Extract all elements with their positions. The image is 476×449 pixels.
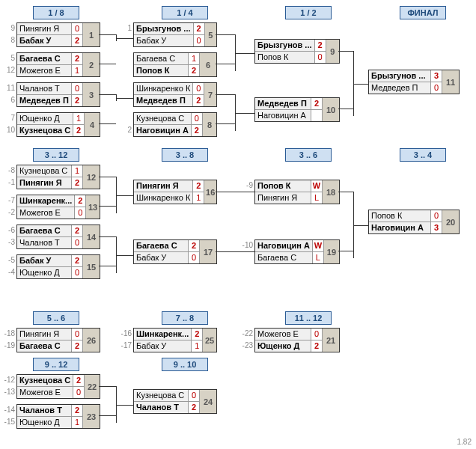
score: 0 [73,387,84,398]
player-name: Багаева С [17,225,71,236]
match-number: 25 [202,329,216,352]
player-name: Можегов Е [17,65,71,76]
seed: 1 [118,24,132,32]
player-name: Медведев П [134,95,192,106]
player-name: Чаланов Т [17,237,71,248]
score: 0 [430,210,442,222]
score: 0 [71,23,82,34]
player-name: Попов К [134,65,188,76]
player-name: Багаева С [134,240,188,251]
player-name: Наговицин А [255,110,311,121]
match: Пинягин Я0Бабак У21 [16,22,100,47]
player-name: Медведев П [255,98,311,109]
player-name: Ющенко Д [17,113,73,124]
player-name: Попов К [369,210,430,222]
player-name: Багаева С [17,340,71,352]
seed: 8 [1,36,15,44]
match: Можегов Е0Ющенко Д221 [254,328,340,352]
score: 2 [71,177,82,189]
round-label: 9 .. 12 [33,358,79,371]
match-number: 18 [322,180,339,204]
score: 2 [71,405,82,416]
score [311,110,322,121]
seed: 2 [118,126,132,134]
match: Шинкаренк...2Бабак У125 [133,328,217,352]
score: L [311,192,322,204]
match-number: 1 [82,23,100,46]
player-name: Чаланов Т [134,402,188,413]
score: 1 [192,192,204,204]
match: Брызгунов ...2Попов К09 [254,39,340,64]
match: Брызгунов ...3Медведев П011 [368,70,460,94]
player-name: Шинкаренк... [134,329,191,340]
player-name: Шинкаренко К [134,192,192,204]
score: 0 [71,329,82,340]
seed: -1 [1,178,15,186]
seed: -15 [1,418,15,426]
player-name: Чаланов Т [17,405,71,416]
score: 2 [311,340,322,352]
score: 2 [71,225,82,236]
score: 2 [71,255,82,266]
player-name: Чаланов Т [17,83,71,94]
score: 0 [191,113,202,124]
match: Пинягин Я0Багаева С226 [16,328,100,352]
match: Кузнецова С0Чаланов Т224 [133,389,217,414]
score: 0 [430,82,442,94]
match: Ющенко Д1Кузнецова С24 [16,112,100,137]
player-name: Кузнецова С [17,375,73,386]
seed: -10 [239,241,253,249]
match: Шинкаренко К0Медведев П27 [133,82,217,107]
match-number: 2 [82,53,100,76]
match-number: 21 [322,329,339,352]
match-number: 11 [442,70,459,94]
score: 3 [430,70,442,82]
player-name: Шинкаренко К [134,83,192,94]
seed: -5 [1,256,15,264]
player-name: Попов К [255,52,314,63]
score: 0 [314,52,326,63]
player-name: Можегов Е [255,329,311,340]
player-name: Брызгунов ... [369,70,430,82]
round-label: 3 .. 4 [400,148,446,162]
score: 2 [73,125,84,136]
seed: -14 [1,406,15,414]
player-name: Ющенко Д [17,417,71,428]
player-name: Брызгунов ... [255,40,314,51]
seed: -3 [1,238,15,246]
score: 2 [71,340,82,352]
seed: 12 [1,66,15,74]
seed: 11 [1,84,15,92]
match-number: 15 [82,255,100,278]
round-label: 7 .. 8 [162,311,208,325]
round-label: 1 / 8 [33,6,79,19]
score: 1 [191,340,202,352]
round-label: 1 / 4 [162,6,208,19]
score: 2 [73,375,84,386]
score: 0 [188,390,199,401]
seed: -22 [239,329,253,337]
round-label: 5 .. 6 [33,311,79,325]
score: 2 [191,329,202,340]
match: Попов К0Наговицин А320 [368,210,460,234]
match: Медведев П2Наговицин А10 [254,97,340,122]
match-number: 8 [202,113,216,136]
score: 2 [193,23,204,34]
score: 0 [193,35,204,46]
player-name: Шинкаренк... [17,195,74,207]
score: 2 [191,125,202,136]
score: L [312,252,323,263]
seed: -7 [1,196,15,204]
score: 0 [71,83,82,94]
player-name: Пинягин Я [255,192,311,204]
match-number: 14 [82,225,100,248]
match-number: 16 [204,180,216,204]
score: 0 [74,207,85,219]
match-number: 12 [82,165,100,189]
seed: 9 [1,24,15,32]
round-label: 3 .. 8 [162,148,208,162]
player-name: Бабак У [134,340,191,352]
player-name: Багаева С [255,252,312,263]
player-name: Медведев П [369,82,430,94]
score: 2 [188,402,199,413]
